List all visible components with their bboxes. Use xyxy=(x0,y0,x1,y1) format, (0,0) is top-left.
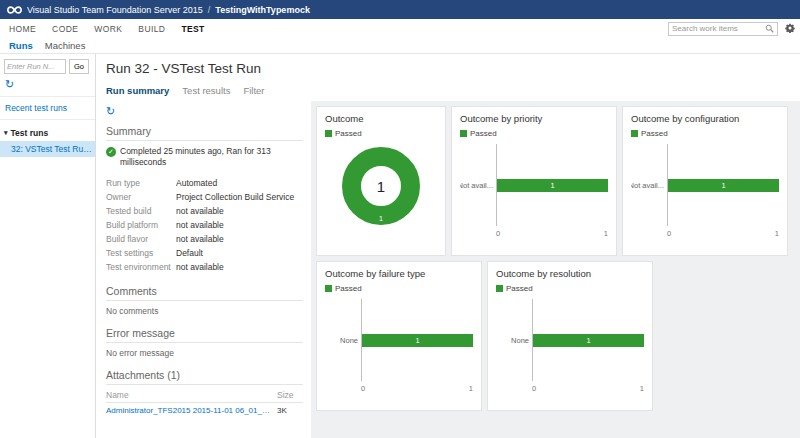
legend-passed-swatch xyxy=(631,130,638,137)
comments-heading: Comments xyxy=(106,285,303,301)
sidebar-divider xyxy=(0,96,95,97)
category-label: None xyxy=(496,299,532,381)
donut-chart: 1 1 xyxy=(342,147,420,225)
bar-chart: None 1 xyxy=(325,299,473,381)
chart-legend: Passed xyxy=(460,129,608,138)
column-name: Name xyxy=(106,390,277,400)
bar-chart: None 1 xyxy=(496,299,644,381)
chart-legend: Passed xyxy=(496,284,644,293)
chart-tile-outcome-by-priority: Outcome by priority Passed Not avail... … xyxy=(451,106,617,256)
breadcrumb-separator: / xyxy=(208,5,211,15)
passed-bar: 1 xyxy=(497,179,608,192)
bar-value-label: 1 xyxy=(586,336,590,345)
error-message-heading: Error message xyxy=(106,327,303,343)
legend-passed-label: Passed xyxy=(335,284,362,293)
plot-area: 1 xyxy=(532,299,644,381)
nav-build[interactable]: BUILD xyxy=(138,24,165,34)
bar-value-label: 1 xyxy=(550,181,554,190)
recent-test-runs-link[interactable]: Recent test runs xyxy=(0,98,95,118)
legend-passed-swatch xyxy=(460,130,467,137)
tab-run-summary[interactable]: Run summary xyxy=(106,85,169,96)
attachment-link[interactable]: Administrator_TFS2015 2015-11-01 06_01_4… xyxy=(106,406,273,415)
category-label: None xyxy=(325,299,361,381)
attachment-row: Administrator_TFS2015 2015-11-01 06_01_4… xyxy=(106,406,303,415)
tab-runs[interactable]: Runs xyxy=(9,40,33,51)
summary-heading: Summary xyxy=(106,125,303,141)
field-build-platform: Build platformnot available xyxy=(106,218,303,232)
pivot-bar: Runs Machines xyxy=(0,38,800,54)
donut-total-label: 1 xyxy=(377,178,385,195)
x-tick-max: 1 xyxy=(640,384,644,393)
comments-empty-text: No comments xyxy=(106,306,303,316)
bar-chart: Not avail... 1 xyxy=(631,144,779,226)
run-search-row: Go xyxy=(0,59,95,74)
search-icon[interactable] xyxy=(765,24,774,33)
nav-code[interactable]: CODE xyxy=(52,24,78,34)
legend-passed-swatch xyxy=(325,130,332,137)
visual-studio-logo-icon xyxy=(7,6,22,14)
sidebar-divider xyxy=(0,119,95,120)
go-button[interactable]: Go xyxy=(69,59,89,74)
x-axis: 0 1 xyxy=(361,384,473,393)
chart-legend: Passed xyxy=(325,284,473,293)
attachments-table-header: Name Size xyxy=(106,390,303,403)
run-number-input[interactable] xyxy=(4,59,66,74)
page-title: Run 32 - VSTest Test Run xyxy=(106,61,800,76)
tab-test-results[interactable]: Test results xyxy=(182,85,230,96)
legend-passed-label: Passed xyxy=(506,284,533,293)
tree-item-run-32[interactable]: 32: VSTest Test Run Ch... xyxy=(0,141,95,157)
attachments-heading: Attachments (1) xyxy=(106,369,303,385)
project-name[interactable]: TestingWithTypemock xyxy=(215,5,310,15)
category-label: Not avail... xyxy=(631,144,667,226)
x-tick-max: 1 xyxy=(775,229,779,238)
run-status: ✓ Completed 25 minutes ago, Ran for 313 … xyxy=(106,146,303,169)
hub-navigation: HOME CODE WORK BUILD TEST xyxy=(0,19,800,38)
donut-slice-label: 1 xyxy=(379,215,383,222)
error-message-empty-text: No error message xyxy=(106,348,303,358)
field-tested-build: Tested buildnot available xyxy=(106,204,303,218)
legend-passed-label: Passed xyxy=(641,129,668,138)
x-tick-max: 1 xyxy=(469,384,473,393)
left-sidebar: Go ↻ Recent test runs ▾ Test runs 32: VS… xyxy=(0,54,96,438)
chevron-expanded-icon[interactable]: ▾ xyxy=(4,129,8,137)
nav-work[interactable]: WORK xyxy=(94,24,122,34)
run-status-text: Completed 25 minutes ago, Ran for 313 mi… xyxy=(120,146,303,169)
chart-tile-outcome-by-failure-type: Outcome by failure type Passed None 1 xyxy=(316,261,482,411)
chart-tile-outcome-by-resolution: Outcome by resolution Passed None 1 xyxy=(487,261,653,411)
x-tick-min: 0 xyxy=(667,229,671,238)
search-input[interactable] xyxy=(672,24,765,33)
summary-refresh-icon[interactable]: ↻ xyxy=(106,101,120,122)
plot-area: 1 xyxy=(667,144,779,226)
summary-fields: Run typeAutomated OwnerProject Collectio… xyxy=(106,176,303,274)
passed-bar: 1 xyxy=(362,334,473,347)
summary-panel: ↻ Summary ✓ Completed 25 minutes ago, Ra… xyxy=(106,101,311,438)
nav-test[interactable]: TEST xyxy=(181,24,204,34)
field-test-settings: Test settingsDefault xyxy=(106,246,303,260)
x-tick-max: 1 xyxy=(604,229,608,238)
attachment-size: 3K xyxy=(277,406,303,415)
chart-title: Outcome by failure type xyxy=(325,268,473,279)
bar-chart: Not avail... 1 xyxy=(460,144,608,226)
top-bar: Visual Studio Team Foundation Server 201… xyxy=(0,0,800,19)
body-row: Go ↻ Recent test runs ▾ Test runs 32: VS… xyxy=(0,54,800,438)
completed-check-icon: ✓ xyxy=(106,147,116,157)
passed-bar: 1 xyxy=(668,179,779,192)
legend-passed-label: Passed xyxy=(335,129,362,138)
x-axis: 0 1 xyxy=(667,229,779,238)
sidebar-refresh-icon[interactable]: ↻ xyxy=(0,74,19,95)
nav-home[interactable]: HOME xyxy=(9,24,36,34)
tab-filter[interactable]: Filter xyxy=(243,85,264,96)
bar-value-label: 1 xyxy=(415,336,419,345)
legend-passed-swatch xyxy=(325,285,332,292)
passed-bar: 1 xyxy=(533,334,644,347)
chart-tile-outcome-by-configuration: Outcome by configuration Passed Not avai… xyxy=(622,106,788,256)
tab-machines[interactable]: Machines xyxy=(45,40,86,51)
tree-node-test-runs[interactable]: ▾ Test runs xyxy=(0,121,95,141)
field-owner: OwnerProject Collection Build Service xyxy=(106,190,303,204)
settings-gear-icon[interactable] xyxy=(785,23,795,33)
server-name: Visual Studio Team Foundation Server 201… xyxy=(27,5,203,15)
category-label: Not avail... xyxy=(460,144,496,226)
x-tick-min: 0 xyxy=(496,229,500,238)
search-work-items-box xyxy=(668,22,778,36)
chart-title: Outcome by priority xyxy=(460,113,608,124)
